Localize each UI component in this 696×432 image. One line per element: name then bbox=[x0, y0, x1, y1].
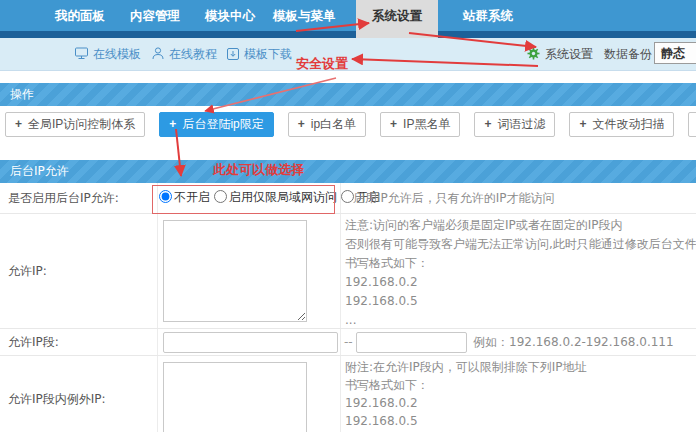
menu-item-system-settings[interactable]: 系统设置 bbox=[527, 38, 593, 70]
note-line: 192.168.0.2 bbox=[345, 273, 696, 292]
section-header-backend-ip-allow: 后台IP允许 bbox=[0, 160, 696, 183]
nav-tab-system-settings-active[interactable]: 系统设置 bbox=[356, 0, 438, 38]
plus-icon: + bbox=[579, 117, 586, 131]
annotation-security-settings: 安全设置 bbox=[296, 55, 348, 73]
note-line: 书写格式如下： bbox=[345, 254, 696, 273]
download-icon bbox=[227, 48, 239, 60]
note-line: 注意:访问的客户端必须是固定IP或者在固定的IP段内 bbox=[345, 216, 696, 235]
note-line: 192.168.0.5 bbox=[345, 292, 696, 311]
btn-backend-login-ip-limit[interactable]: +后台登陆ip限定 bbox=[159, 112, 273, 137]
nav-item-dashboard[interactable]: 我的面板 bbox=[55, 0, 105, 31]
monitor-icon bbox=[75, 47, 88, 60]
btn-global-ip-control[interactable]: +全局IP访问控制体系 bbox=[5, 112, 145, 137]
link-label: 在线教程 bbox=[169, 47, 217, 61]
user-icon bbox=[152, 47, 164, 60]
nav-item-templates[interactable]: 模板与菜单 bbox=[273, 0, 336, 31]
exception-ip-textarea[interactable] bbox=[163, 362, 307, 432]
plus-icon: + bbox=[484, 117, 491, 131]
btn-word-filter[interactable]: +词语过滤 bbox=[474, 112, 555, 137]
plus-icon: + bbox=[298, 117, 305, 131]
note-line: 书写格式如下： bbox=[345, 376, 587, 394]
link-label: 模板下载 bbox=[244, 47, 292, 61]
btn-file-change-scan[interactable]: +文件改动扫描 bbox=[569, 112, 674, 137]
form-row-exception-ip: 允许IP段内例外IP: 附注:在允许IP段内，可以限制排除下列IP地址 书写格式… bbox=[0, 356, 696, 432]
menu-item-label: 系统设置 bbox=[545, 47, 593, 61]
admin-panel-screen: 我的面板 内容管理 模块中心 模板与菜单 站群系统 系统设置 在线模板 在线教程… bbox=[0, 0, 696, 432]
link-template-download[interactable]: 模板下载 bbox=[227, 38, 292, 70]
form-row-allow-ip-range: 允许IP段: -- 例如：192.168.0.2-192.168.0.111 bbox=[0, 329, 696, 356]
ip-range-from-input[interactable] bbox=[163, 332, 338, 353]
field-label: 允许IP段: bbox=[8, 329, 59, 356]
field-note-block: 注意:访问的客户端必须是固定IP或者在固定的IP段内 否则很有可能导致客户端无法… bbox=[345, 216, 696, 330]
plus-icon: + bbox=[15, 117, 22, 131]
note-line: 否则很有可能导致客户端无法正常访问,此时只能通过修改后台文件强制进入后台进行修改… bbox=[345, 235, 696, 254]
btn-label: 后台登陆ip限定 bbox=[182, 117, 263, 131]
link-online-tutorial[interactable]: 在线教程 bbox=[152, 38, 217, 70]
btn-label: 文件改动扫描 bbox=[592, 117, 664, 131]
nav-item-content[interactable]: 内容管理 bbox=[130, 0, 180, 31]
field-example: 例如：192.168.0.2-192.168.0.111 bbox=[473, 329, 674, 356]
btn-ip-whitelist[interactable]: +ip白名单 bbox=[288, 112, 366, 137]
nav-item-modules[interactable]: 模块中心 bbox=[205, 0, 255, 31]
static-page-button[interactable]: 静态 bbox=[654, 42, 696, 64]
annotation-red-box bbox=[152, 185, 335, 214]
menu-item-data-backup[interactable]: 数据备份 bbox=[604, 38, 652, 70]
btn-label: ip白名单 bbox=[311, 117, 356, 131]
note-line: 192.168.0.2 bbox=[345, 394, 587, 412]
btn-backend-path-captcha[interactable]: +后台路径/验证码/安全码 bbox=[688, 112, 696, 137]
field-note-block: 附注:在允许IP段内，可以限制排除下列IP地址 书写格式如下： 192.168.… bbox=[345, 358, 587, 430]
btn-ip-blacklist[interactable]: +IP黑名单 bbox=[380, 112, 460, 137]
top-nav: 我的面板 内容管理 模块中心 模板与菜单 站群系统 bbox=[0, 0, 696, 31]
nav-underline-strip bbox=[0, 31, 696, 38]
nav-item-sitegroup[interactable]: 站群系统 bbox=[463, 0, 513, 31]
allow-ip-textarea[interactable] bbox=[163, 220, 307, 322]
btn-label: 全局IP访问控制体系 bbox=[28, 117, 135, 131]
sub-toolbar: 在线模板 在线教程 模板下载 系统设置 数据备份 静态 bbox=[0, 38, 696, 71]
annotation-choose-hint: 此处可以做选择 bbox=[213, 161, 304, 179]
btn-label: IP黑名单 bbox=[403, 117, 450, 131]
btn-label: 词语过滤 bbox=[497, 117, 545, 131]
range-separator: -- bbox=[344, 329, 353, 356]
operations-button-row: +全局IP访问控制体系 +后台登陆ip限定 +ip白名单 +IP黑名单 +词语过… bbox=[5, 112, 696, 137]
field-label: 允许IP段内例外IP: bbox=[8, 356, 106, 432]
note-line: 附注:在允许IP段内，可以限制排除下列IP地址 bbox=[345, 358, 587, 376]
link-online-templates[interactable]: 在线模板 bbox=[75, 38, 141, 70]
plus-icon: + bbox=[169, 117, 176, 131]
link-label: 在线模板 bbox=[93, 47, 141, 61]
form-row-enable-ip-allow: 是否启用后台IP允许: 不开启启用仅限局域网访问开启 启用IP允许后，只有允许的… bbox=[0, 183, 696, 214]
field-label: 是否启用后台IP允许: bbox=[8, 183, 119, 214]
note-line: ... bbox=[345, 311, 696, 330]
form-row-allow-ip: 允许IP: 注意:访问的客户端必须是固定IP或者在固定的IP段内 否则很有可能导… bbox=[0, 214, 696, 329]
gear-icon bbox=[527, 47, 540, 60]
section-header-operations: 操作 bbox=[0, 83, 696, 106]
field-note: 启用IP允许后，只有允许的IP才能访问 bbox=[353, 183, 555, 214]
ip-range-to-input[interactable] bbox=[356, 332, 467, 353]
note-line: 192.168.0.5 bbox=[345, 412, 587, 430]
field-label: 允许IP: bbox=[8, 214, 47, 329]
plus-icon: + bbox=[390, 117, 397, 131]
